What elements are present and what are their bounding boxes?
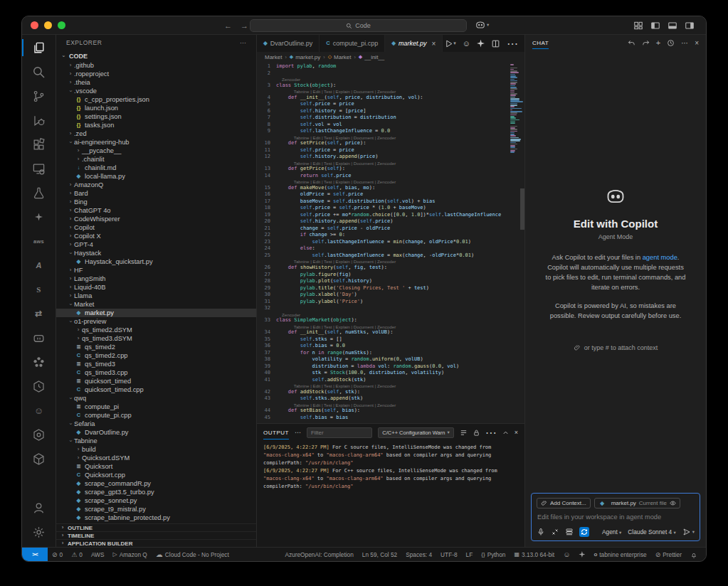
- activity-item-run-and-debug[interactable]: [22, 108, 56, 132]
- code-line-2[interactable]: 2: [257, 70, 510, 78]
- chat-more-icon[interactable]: ⋯: [681, 39, 688, 47]
- current-file-chip[interactable]: ◆ market.py Current file: [594, 498, 680, 508]
- tree-item-market.py[interactable]: ◆market.py: [56, 309, 256, 317]
- code-line-1[interactable]: 1import pylab, random: [257, 63, 510, 70]
- tree-item-c-cpp-properties.json[interactable]: {}c_cpp_properties.json: [56, 95, 256, 104]
- codelens-actions[interactable]: Zencoder: [257, 77, 510, 82]
- tree-item-compute-pi[interactable]: ≣compute_pi: [56, 403, 256, 411]
- tree-item-haystack-quickstart.py[interactable]: ◆Haystack_quickstart.py: [56, 257, 256, 266]
- status-problems-errors[interactable]: ⊘0: [48, 548, 67, 561]
- code-line-6[interactable]: 6 self.history = [price]: [257, 108, 510, 115]
- tree-item-qwq[interactable]: ›qwq: [56, 394, 256, 403]
- tree-item-local-llama.py[interactable]: ◆local-llama.py: [56, 172, 256, 181]
- tree-item-haystack[interactable]: ›Haystack: [56, 249, 256, 257]
- tree-item-qs-timed3.dsym[interactable]: ›qs_timed3.dSYM: [56, 334, 256, 343]
- code-line-23[interactable]: 23 self.lastChangeInfluence = min(change…: [257, 239, 510, 246]
- code-line-15[interactable]: 15 def makeMove(self, bias, mo):: [257, 185, 510, 192]
- output-filter-input[interactable]: Filter: [307, 427, 372, 438]
- tools-icon[interactable]: [551, 528, 559, 536]
- code-line-24[interactable]: 24 else:: [257, 245, 510, 252]
- code-line-42[interactable]: 42 def addStock(self, stk):: [257, 389, 510, 396]
- status-sparkle[interactable]: [574, 548, 589, 561]
- model-select[interactable]: Claude Sonnet 4 ▾: [628, 528, 675, 536]
- tree-item-.ropeproject[interactable]: ›.ropeproject: [56, 70, 256, 78]
- zoom-window-button[interactable]: [58, 21, 65, 29]
- status-problems-warnings[interactable]: ⚠0: [67, 548, 87, 561]
- code-line-34[interactable]: 34 def __init__(self, numStks, volUB):: [257, 329, 510, 336]
- activity-item-robot-chat[interactable]: [22, 326, 56, 350]
- tree-item-copilot-x[interactable]: ›Copilot X: [56, 232, 256, 240]
- code-line-13[interactable]: 13 def getPrice(self):: [257, 166, 510, 173]
- status-amazon-q[interactable]: ▷Amazon Q: [108, 548, 151, 561]
- code-line-14[interactable]: 14 return self.price: [257, 173, 510, 180]
- tree-item-scrape-commandr.py[interactable]: ◆scrape_commandR.py: [56, 479, 256, 488]
- status-cloud-code[interactable]: ☁Cloud Code - No Project: [152, 548, 233, 561]
- breadcrumb-item-market[interactable]: Market: [265, 54, 282, 60]
- codelens-actions[interactable]: Tabnine | Edit | Test | Explain | Docume…: [257, 135, 510, 141]
- mcp-servers-icon[interactable]: [565, 528, 574, 536]
- tab-compute_pi.cpp[interactable]: Ccompute_pi.cpp: [320, 35, 385, 52]
- nav-forward-icon[interactable]: →: [241, 21, 248, 30]
- tree-item-qs-timed2.dsym[interactable]: ›qs_timed2.dSYM: [56, 326, 256, 334]
- tree-item-market[interactable]: ›Market: [56, 300, 256, 309]
- command-center-search[interactable]: Code: [250, 19, 467, 32]
- new-chat-icon[interactable]: +: [656, 38, 660, 47]
- panel-actions-icon[interactable]: ⋯: [485, 426, 497, 440]
- tree-item-quicksort-timed.cpp[interactable]: Cquicksort_timed.cpp: [56, 385, 256, 394]
- codelens-actions[interactable]: Tabnine | Edit | Test | Explain | Docume…: [257, 89, 510, 95]
- code-line-19[interactable]: 19 self.price += mo*random.choice([0.0, …: [257, 212, 510, 219]
- status-azure-openai[interactable]: AzureOpenAI: Completion: [280, 548, 357, 561]
- tree-item-hf[interactable]: ›HF: [56, 266, 256, 275]
- activity-item-aws-toolkit[interactable]: aws: [22, 229, 56, 253]
- toggle-secondary-sidebar-icon[interactable]: [685, 21, 695, 31]
- tree-item--pycache-[interactable]: ›__pycache__: [56, 146, 256, 155]
- mic-icon[interactable]: [537, 528, 545, 536]
- run-python-file-button[interactable]: ▾: [444, 39, 456, 48]
- add-context-button[interactable]: Add Context...: [537, 498, 591, 508]
- code-line-5[interactable]: 5 self.price = price: [257, 101, 510, 108]
- tree-item-amazonq[interactable]: ›AmazonQ: [56, 181, 256, 189]
- code-line-12[interactable]: 12 self.history.append(price): [257, 154, 510, 161]
- activity-item-cluster-ai[interactable]: [22, 350, 56, 374]
- activity-item-clock-extension[interactable]: [22, 374, 56, 398]
- code-line-45[interactable]: 45 self.bias = bias: [257, 415, 510, 422]
- editor-scrollbar[interactable]: [520, 188, 524, 230]
- activity-item-swap-arrows[interactable]: ⇄: [22, 302, 56, 326]
- code-line-28[interactable]: 28 pylab.plot(self.history): [257, 278, 510, 285]
- status-notifications[interactable]: [686, 548, 702, 561]
- tree-item-chatgpt-4o[interactable]: ›ChatGPT 4o: [56, 206, 256, 215]
- tree-item-qs-timed3[interactable]: ≣qs_timed3: [56, 360, 256, 368]
- sync-icon[interactable]: [579, 527, 589, 537]
- code-line-32[interactable]: 32: [257, 305, 510, 312]
- tree-item-bard[interactable]: ›Bard: [56, 189, 256, 198]
- code-line-16[interactable]: 16 oldPrice = self.price: [257, 191, 510, 198]
- remote-indicator[interactable]: ><: [22, 548, 48, 561]
- output-wordwrap-icon[interactable]: [460, 429, 468, 437]
- workspace-root-folder[interactable]: › CODE: [56, 50, 256, 61]
- code-line-10[interactable]: 10 def setPrice(self, price):: [257, 140, 510, 147]
- code-line-39[interactable]: 39 distribution = lambda vol: random.gau…: [257, 363, 510, 371]
- codelens-actions[interactable]: Zencoder: [257, 312, 510, 318]
- tree-item-scrape-sonnet.py[interactable]: ◆scrape_sonnet.py: [56, 496, 256, 505]
- nav-back-icon[interactable]: ←: [224, 21, 232, 30]
- tree-item-settings.json[interactable]: {}settings.json: [56, 112, 256, 121]
- activity-item-hexagon-extension[interactable]: [22, 422, 56, 447]
- codelens-actions[interactable]: Tabnine | Edit | Test | Explain | Docume…: [257, 324, 510, 330]
- activity-item-source-control[interactable]: [22, 84, 56, 108]
- code-line-18[interactable]: 18 self.price = self.price * (1.0 + base…: [257, 205, 510, 212]
- undo-icon[interactable]: [628, 39, 635, 47]
- tree-item-.vscode[interactable]: ›.vscode: [56, 87, 256, 95]
- tree-item-compute-pi.cpp[interactable]: Ccompute_pi.cpp: [56, 411, 256, 420]
- close-panel-icon[interactable]: ×: [515, 429, 518, 436]
- tree-item-copilot[interactable]: ›Copilot: [56, 223, 256, 232]
- redo-icon[interactable]: [642, 39, 650, 47]
- status-aws[interactable]: AWS: [87, 548, 109, 561]
- section-timeline[interactable]: ›TIMELINE: [56, 531, 256, 539]
- tree-item-quicksort.dsym[interactable]: ›Quicksort.dSYM: [56, 454, 256, 462]
- copilot-menu-button[interactable]: ▾: [475, 20, 489, 30]
- status-smiley-feedback[interactable]: ☺: [559, 548, 574, 561]
- code-line-21[interactable]: 21 change = self.price - oldPrice: [257, 225, 510, 233]
- code-line-25[interactable]: 25 self.lastChangeInfluence = max(change…: [257, 252, 510, 260]
- code-line-35[interactable]: 35 self.stks = []: [257, 336, 510, 343]
- tree-item-scrape-gpt3.5-turbo.py[interactable]: ◆scrape_gpt3.5_turbo.py: [56, 488, 256, 496]
